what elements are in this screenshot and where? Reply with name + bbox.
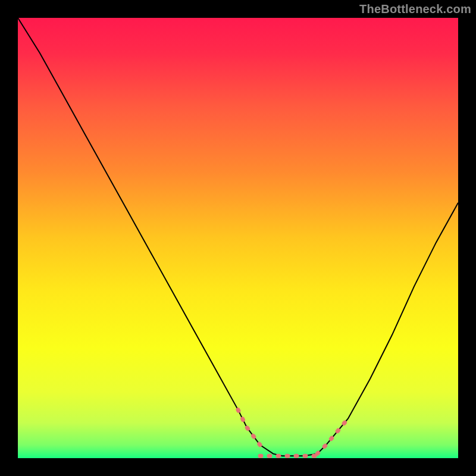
watermark-text: TheBottleneck.com — [359, 2, 471, 16]
chart-stage: TheBottleneck.com — [0, 0, 476, 476]
plot-area — [18, 18, 458, 458]
chart-svg — [18, 18, 458, 458]
gradient-bg — [18, 18, 458, 458]
